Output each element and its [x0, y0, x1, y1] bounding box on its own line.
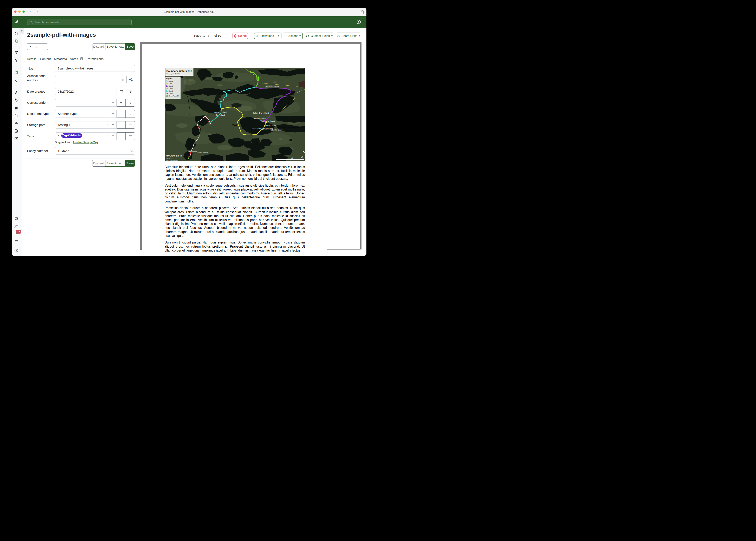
svg-text:Gary Island: Gary Island: [216, 114, 225, 116]
svg-text:Day 5: Day 5: [169, 90, 173, 92]
svg-text:Day 1: Day 1: [169, 80, 173, 82]
svg-text:Text: Text: [232, 124, 237, 127]
svg-text:Squirrel Island: Squirrel Island: [271, 129, 282, 131]
svg-text:Day 4: Day 4: [169, 88, 173, 90]
svg-text:Day 3: Day 3: [169, 85, 173, 87]
svg-text:Six days in BWCA: Six days in BWCA: [167, 73, 180, 75]
svg-text:Canoe Island: Canoe Island: [251, 127, 261, 130]
svg-text:Boundary Waters Trip: Boundary Waters Trip: [167, 70, 192, 72]
svg-text:New York Island: New York Island: [214, 111, 227, 113]
svg-text:N: N: [301, 155, 304, 158]
svg-text:Indian Grave Island: Indian Grave Island: [253, 112, 269, 114]
svg-text:Image © 2017 DigitalGlobe: Image © 2017 DigitalGlobe: [166, 159, 178, 161]
svg-text:Hausons Island: Hausons Island: [266, 86, 279, 88]
svg-text:© 2017 Google: © 2017 Google: [166, 158, 173, 159]
svg-text:Google Earth: Google Earth: [166, 154, 182, 157]
svg-text:Legend: Legend: [166, 78, 172, 80]
svg-text:Day 2: Day 2: [169, 83, 173, 85]
svg-text:Washington Island: Washington Island: [261, 120, 275, 122]
svg-text:Day 6: Day 6: [169, 93, 173, 94]
svg-text:Half Dog Island: Half Dog Island: [254, 118, 266, 120]
svg-text:Entry Point 24: Entry Point 24: [169, 95, 179, 97]
svg-text:Lincoln Island: Lincoln Island: [265, 124, 276, 126]
svg-text:Charlies Island: Charlies Island: [196, 151, 208, 153]
svg-text:3 mi: 3 mi: [289, 157, 293, 159]
